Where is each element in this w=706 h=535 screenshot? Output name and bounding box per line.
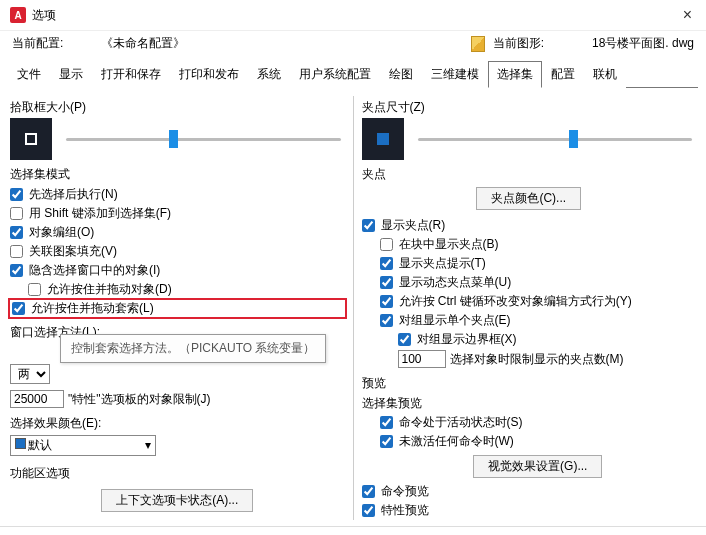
press-drag-object-checkbox[interactable] (28, 283, 41, 296)
selection-color-label: 选择效果颜色(E): (10, 415, 345, 432)
shift-add-label: 用 Shift 键添加到选择集(F) (29, 205, 171, 222)
noun-verb-label: 先选择后执行(N) (29, 186, 118, 203)
grip-preview (362, 118, 404, 160)
profile-value: 《未命名配置》 (101, 35, 185, 52)
show-grips-checkbox[interactable] (362, 219, 375, 232)
dynamic-grip-menu-label: 显示动态夹点菜单(U) (399, 274, 512, 291)
grips-heading: 夹点 (362, 166, 697, 183)
tab-8[interactable]: 选择集 (488, 61, 542, 88)
selection-color-select[interactable]: 默认 ▾ (10, 435, 156, 456)
drawing-icon (471, 36, 485, 52)
cmd-active-checkbox[interactable] (380, 416, 393, 429)
ctrl-cycle-label: 允许按 Ctrl 键循环改变对象编辑方式行为(Y) (399, 293, 632, 310)
ctrl-cycle-checkbox[interactable] (380, 295, 393, 308)
tab-10[interactable]: 联机 (584, 61, 626, 88)
command-preview-checkbox[interactable] (362, 485, 375, 498)
shift-add-checkbox[interactable] (10, 207, 23, 220)
tab-9[interactable]: 配置 (542, 61, 584, 88)
assoc-hatch-checkbox[interactable] (10, 245, 23, 258)
right-column: 夹点尺寸(Z) 夹点 夹点颜色(C)... 显示夹点(R) 在块中显示夹点(B)… (362, 96, 697, 520)
press-drag-object-label: 允许按住并拖动对象(D) (47, 281, 172, 298)
selection-preview-label: 选择集预览 (362, 394, 697, 413)
dynamic-grip-menu-checkbox[interactable] (380, 276, 393, 289)
highlighted-option: 允许按住并拖动套索(L) (8, 298, 347, 319)
profile-label: 当前配置: (12, 35, 63, 52)
close-button[interactable]: × (679, 6, 696, 24)
property-limit-label: "特性"选项板的对象限制(J) (68, 391, 211, 408)
preview-heading: 预览 (362, 375, 697, 392)
tab-6[interactable]: 绘图 (380, 61, 422, 88)
implied-window-label: 隐含选择窗口中的对象(I) (29, 262, 160, 279)
pickbox-size-label: 拾取框大小(P) (10, 99, 345, 116)
ribbon-heading: 功能区选项 (10, 465, 345, 482)
pickbox-slider[interactable] (62, 130, 345, 148)
grip-tips-label: 显示夹点提示(T) (399, 255, 486, 272)
tab-1[interactable]: 显示 (50, 61, 92, 88)
tab-0[interactable]: 文件 (8, 61, 50, 88)
implied-window-checkbox[interactable] (10, 264, 23, 277)
tab-7[interactable]: 三维建模 (422, 61, 488, 88)
cmd-active-label: 命令处于活动状态时(S) (399, 414, 523, 431)
tab-4[interactable]: 系统 (248, 61, 290, 88)
pickbox-preview (10, 118, 52, 160)
group-bbox-label: 对组显示边界框(X) (417, 331, 517, 348)
grip-tips-checkbox[interactable] (380, 257, 393, 270)
content-area: 拾取框大小(P) 选择集模式 先选择后执行(N) 用 Shift 键添加到选择集… (0, 88, 706, 526)
property-preview-checkbox[interactable] (362, 504, 375, 517)
chevron-down-icon: ▾ (145, 437, 151, 454)
no-cmd-label: 未激活任何命令时(W) (399, 433, 514, 450)
tab-5[interactable]: 用户系统配置 (290, 61, 380, 88)
property-limit-input[interactable] (10, 390, 64, 408)
visual-effects-button[interactable]: 视觉效果设置(G)... (473, 455, 602, 478)
grips-in-blocks-label: 在块中显示夹点(B) (399, 236, 499, 253)
group-single-grip-checkbox[interactable] (380, 314, 393, 327)
window-title: 选项 (32, 7, 56, 24)
press-drag-lasso-label: 允许按住并拖动套索(L) (31, 300, 154, 317)
drawing-value: 18号楼平面图. dwg (592, 35, 694, 52)
app-logo-icon: A (10, 7, 26, 23)
grips-in-blocks-checkbox[interactable] (380, 238, 393, 251)
assoc-hatch-label: 关联图案填充(V) (29, 243, 117, 260)
context-tab-states-button[interactable]: 上下文选项卡状态(A)... (101, 489, 253, 512)
property-preview-label: 特性预览 (381, 502, 429, 519)
grip-limit-input[interactable] (398, 350, 446, 368)
info-row: 当前配置: 《未命名配置》 当前图形: 18号楼平面图. dwg (0, 31, 706, 56)
column-divider (353, 96, 354, 520)
press-drag-lasso-checkbox[interactable] (12, 302, 25, 315)
object-group-label: 对象编组(O) (29, 224, 94, 241)
object-group-checkbox[interactable] (10, 226, 23, 239)
noun-verb-checkbox[interactable] (10, 188, 23, 201)
show-grips-label: 显示夹点(R) (381, 217, 446, 234)
selection-color-value: 默认 (28, 438, 52, 452)
selection-mode-heading: 选择集模式 (10, 166, 345, 183)
dialog-footer: 确定 取消 应用(A) 帮助(H) (0, 526, 706, 535)
tooltip: 控制套索选择方法。（PICKAUTO 系统变量） (60, 334, 326, 363)
drawing-label: 当前图形: (493, 35, 544, 52)
command-preview-label: 命令预览 (381, 483, 429, 500)
tab-bar: 文件显示打开和保存打印和发布系统用户系统配置绘图三维建模选择集配置联机 (8, 60, 698, 88)
left-column: 拾取框大小(P) 选择集模式 先选择后执行(N) 用 Shift 键添加到选择集… (10, 96, 345, 520)
titlebar: A 选项 × (0, 0, 706, 31)
grip-size-label: 夹点尺寸(Z) (362, 99, 697, 116)
window-method-select[interactable]: 两者 (10, 364, 50, 384)
grip-size-slider[interactable] (414, 130, 697, 148)
no-cmd-checkbox[interactable] (380, 435, 393, 448)
group-bbox-checkbox[interactable] (398, 333, 411, 346)
group-single-grip-label: 对组显示单个夹点(E) (399, 312, 511, 329)
tab-2[interactable]: 打开和保存 (92, 61, 170, 88)
grip-limit-label: 选择对象时限制显示的夹点数(M) (450, 351, 624, 368)
tab-3[interactable]: 打印和发布 (170, 61, 248, 88)
grip-color-button[interactable]: 夹点颜色(C)... (476, 187, 581, 210)
